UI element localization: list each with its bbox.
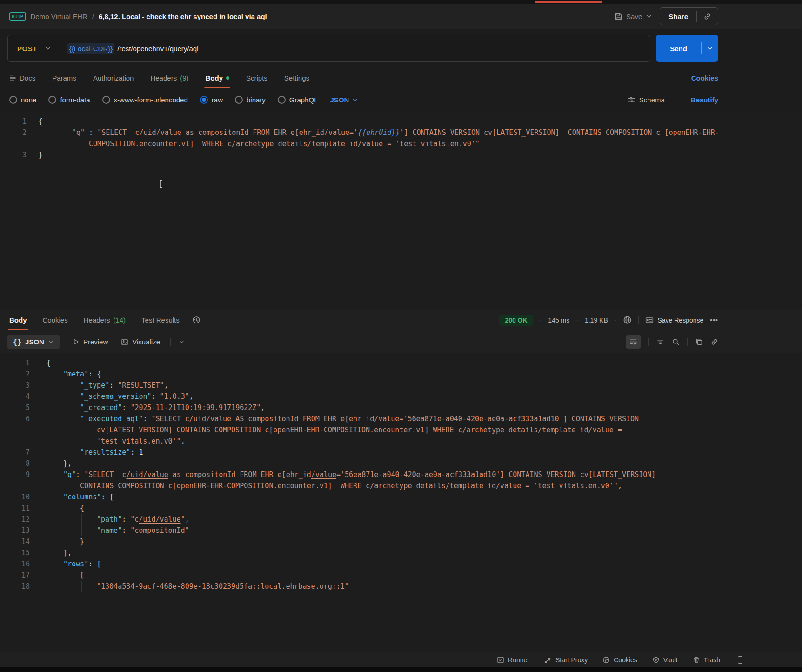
url-path: /rest/openehr/v1/query/aql — [117, 45, 198, 53]
visualize-button[interactable]: Visualize — [121, 338, 160, 346]
line-number: 3 — [0, 380, 47, 391]
url-environment-variable[interactable]: {{Local-CDR}} — [67, 43, 114, 54]
response-time[interactable]: 145 ms — [548, 316, 569, 324]
code-token: "1304a534-9acf-468e-809e-18c30239d5fa::l… — [97, 582, 349, 591]
response-tab-test-results[interactable]: Test Results — [141, 309, 180, 331]
status-badge[interactable]: 200 OK — [499, 315, 533, 326]
response-tab-cookies[interactable]: Cookies — [43, 309, 68, 331]
history-icon[interactable] — [192, 316, 200, 324]
code-token: [ — [80, 571, 84, 579]
share-group: Share — [660, 7, 718, 25]
code-token: "_executed_aql" — [80, 415, 143, 423]
code-line: 1{ — [0, 116, 802, 127]
response-format-selector[interactable]: {} JSON — [7, 335, 60, 349]
tab-docs[interactable]: Docs — [9, 67, 35, 89]
search-icon[interactable] — [672, 338, 680, 346]
filter-icon[interactable] — [656, 338, 664, 346]
code-token: /uid/value — [139, 515, 180, 524]
code-token: "path" — [97, 515, 122, 524]
indent-guide — [65, 503, 65, 514]
tab-body[interactable]: Body — [205, 67, 229, 89]
code-token: {{ehrUid}} — [358, 128, 400, 137]
code-token: /value — [374, 415, 399, 423]
start-proxy-button[interactable]: Start Proxy — [544, 656, 588, 664]
send-options-button[interactable] — [702, 45, 718, 52]
save-response-button[interactable]: Save Response — [645, 316, 703, 324]
link-icon[interactable] — [710, 338, 718, 346]
response-body-viewer[interactable]: 1{2"meta": {3"_type": "RESULTSET",4"_sch… — [0, 353, 802, 652]
code-text: "resultsize": 1 — [47, 447, 802, 458]
format-label: JSON — [25, 338, 44, 346]
method-chevron[interactable] — [45, 45, 51, 52]
code-token: : — [130, 448, 139, 457]
send-button[interactable]: Send — [656, 45, 701, 53]
chevron-down-icon[interactable] — [178, 338, 185, 345]
runner-button[interactable]: Runner — [497, 656, 529, 664]
schema-button[interactable]: Schema — [628, 96, 665, 104]
code-token: "compositonId" — [130, 526, 189, 535]
save-response-icon — [645, 316, 654, 324]
code-line: 9"q": "SELECT c/uid/value as compositonI… — [0, 469, 802, 491]
tab-label: Settings — [284, 74, 309, 82]
code-token: { — [47, 359, 51, 367]
mode-raw[interactable]: raw — [200, 96, 223, 104]
divider — [648, 338, 649, 346]
tab-label: Docs — [20, 74, 35, 82]
code-token: , — [618, 482, 622, 490]
response-tab-body[interactable]: Body — [9, 309, 27, 331]
mode-x-www-form-urlencoded[interactable]: x-www-form-urlencoded — [102, 96, 188, 104]
radio-icon — [9, 96, 17, 104]
chevron-down-icon — [48, 339, 54, 345]
code-text: } — [47, 536, 802, 547]
globe-icon[interactable] — [623, 316, 632, 324]
save-button[interactable]: Save — [615, 13, 652, 20]
code-text: { — [47, 503, 802, 514]
indent-guide — [48, 570, 48, 581]
mode-none[interactable]: none — [9, 96, 36, 104]
tab-settings[interactable]: Settings — [284, 67, 309, 89]
tab-authorization[interactable]: Authorization — [93, 67, 134, 89]
request-body-editor[interactable]: 1{2"q" : "SELECT c/uid/value as composit… — [0, 111, 802, 309]
indent-guide — [65, 391, 65, 402]
code-line: 15], — [0, 547, 802, 558]
mode-form-data[interactable]: form-data — [48, 96, 90, 104]
indent-guide — [65, 380, 65, 391]
radio-selected-icon — [200, 96, 208, 104]
url-input[interactable]: {{Local-CDR}} /rest/openehr/v1/query/aql — [58, 43, 199, 54]
line-number: 15 — [0, 547, 47, 558]
request-header-bar: HTTP Demo Virtual EHR / 6,8,12. Local - … — [0, 4, 802, 29]
mode-binary[interactable]: binary — [235, 96, 266, 104]
tab-headers[interactable]: Headers (9) — [150, 67, 188, 89]
tab-scripts[interactable]: Scripts — [246, 67, 267, 89]
preview-button[interactable]: Preview — [73, 338, 108, 346]
code-text: "_type": "RESULTSET", — [47, 380, 802, 391]
mode-graphql[interactable]: GraphQL — [278, 96, 318, 104]
method-selector[interactable]: POST — [8, 45, 45, 53]
chevron-down-icon[interactable] — [646, 13, 652, 20]
code-text: }, — [47, 458, 802, 469]
indent-guide — [65, 581, 65, 592]
response-tab-headers[interactable]: Headers (14) — [84, 309, 126, 331]
dot-separator — [615, 316, 617, 324]
line-number: 9 — [0, 469, 47, 491]
cookies-link[interactable]: Cookies — [691, 74, 718, 82]
language-selector[interactable]: JSON — [330, 96, 359, 104]
vault-button[interactable]: Vault — [652, 656, 678, 664]
copy-link-button[interactable] — [697, 13, 718, 20]
cookies-button[interactable]: Cookies — [602, 656, 637, 664]
indent-guide — [65, 525, 65, 536]
indent-guide — [48, 458, 48, 469]
tab-label: Authorization — [93, 74, 134, 82]
trash-button[interactable]: Trash — [693, 656, 720, 664]
copy-icon[interactable] — [695, 338, 703, 346]
tab-params[interactable]: Params — [52, 67, 76, 89]
code-line: 7"resultsize": 1 — [0, 447, 802, 458]
beautify-button[interactable]: Beautify — [691, 96, 718, 104]
indent-guide — [65, 514, 65, 525]
breadcrumb-collection[interactable]: Demo Virtual EHR — [31, 13, 87, 20]
code-token: /archetype_details/template_id/value — [370, 482, 521, 490]
word-wrap-toggle[interactable] — [626, 335, 641, 349]
share-button[interactable]: Share — [660, 13, 696, 20]
more-options-button[interactable]: ••• — [710, 316, 718, 324]
response-size[interactable]: 1.19 KB — [585, 316, 608, 324]
